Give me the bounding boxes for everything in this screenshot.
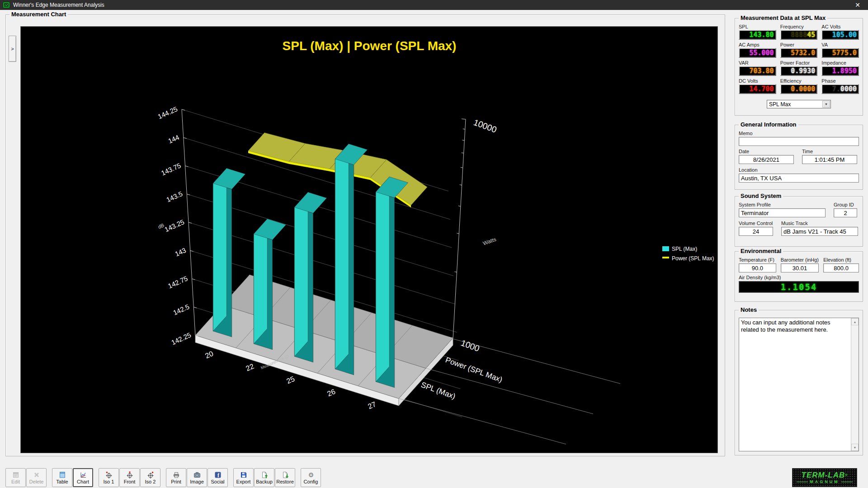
led-value: 55.000 bbox=[740, 49, 775, 57]
svg-text:144: 144 bbox=[167, 133, 180, 145]
front-crosshair-icon bbox=[126, 471, 133, 479]
led-box: 5732.0 bbox=[780, 48, 818, 58]
expand-panel-button[interactable]: > bbox=[9, 36, 16, 62]
led-box: 143.80 bbox=[739, 30, 776, 40]
chart-icon bbox=[80, 471, 87, 479]
edit-icon bbox=[12, 471, 19, 479]
memo-field[interactable] bbox=[739, 137, 859, 146]
toolbar-button-iso-1[interactable]: Iso 1 bbox=[99, 468, 119, 487]
toolbar-button-image[interactable]: Image bbox=[187, 468, 207, 487]
toolbar-button-export[interactable]: Export bbox=[233, 468, 254, 487]
led-value: 105.00 bbox=[822, 31, 858, 39]
svg-text:143.5: 143.5 bbox=[165, 190, 184, 204]
time-field[interactable] bbox=[802, 155, 857, 164]
svg-text:dB: dB bbox=[157, 222, 165, 230]
barometer-field[interactable] bbox=[781, 263, 819, 272]
toolbar-button-label: Edit bbox=[11, 479, 20, 484]
led-display-power-factor: Power Factor 0.9930 bbox=[780, 60, 818, 76]
toolbar-button-label: Export bbox=[236, 479, 251, 484]
led-box: 1.8950 bbox=[821, 66, 859, 76]
led-value: 5732.0 bbox=[781, 49, 817, 57]
scroll-up-icon[interactable]: ▲ bbox=[851, 318, 859, 325]
notes-textarea[interactable]: You can input any additional notes relat… bbox=[739, 318, 859, 451]
led-box: 888845 bbox=[780, 30, 818, 40]
toolbar-button-iso-2[interactable]: Iso 2 bbox=[140, 468, 160, 487]
toolbar-button-backup[interactable]: Backup bbox=[254, 468, 274, 487]
led-label: AC Amps bbox=[739, 42, 776, 47]
location-field[interactable] bbox=[739, 174, 859, 183]
environmental-group: Environmental Temperature (F) Barometer … bbox=[735, 251, 863, 302]
led-box: 0.0000 bbox=[780, 84, 818, 94]
toolbar-button-social[interactable]: fSocial bbox=[208, 468, 228, 487]
led-display-spl: SPL 143.80 bbox=[739, 24, 776, 40]
toolbar-button-print[interactable]: Print bbox=[166, 468, 186, 487]
svg-text:142.75: 142.75 bbox=[167, 274, 189, 290]
elevation-label: Elevation (ft) bbox=[823, 257, 859, 263]
led-label: SPL bbox=[739, 24, 776, 29]
toolbar-button-label: Backup bbox=[256, 479, 273, 484]
sound-system-group: Sound System System Profile Group ID Vol… bbox=[735, 196, 863, 247]
svg-text:1000: 1000 bbox=[460, 338, 481, 353]
led-label: Impedance bbox=[821, 60, 859, 66]
system-profile-label: System Profile bbox=[739, 202, 826, 207]
led-label: Efficiency bbox=[780, 78, 818, 84]
music-track-field[interactable] bbox=[781, 227, 858, 236]
measurement-mode-select[interactable]: SPL Max ▼ bbox=[767, 100, 831, 108]
svg-text:143.25: 143.25 bbox=[163, 218, 185, 233]
led-box: 703.80 bbox=[739, 66, 776, 76]
notes-text: You can input any additional notes relat… bbox=[739, 318, 851, 451]
toolbar-button-delete[interactable]: Delete bbox=[26, 468, 47, 487]
toolbar-button-label: Delete bbox=[29, 479, 44, 484]
temperature-field[interactable] bbox=[739, 263, 776, 272]
toolbar-button-label: Image bbox=[190, 479, 204, 484]
group-title: Measurement Data at SPL Max bbox=[739, 14, 827, 21]
led-display-var: VAR 703.80 bbox=[739, 60, 776, 76]
facebook-icon: f bbox=[214, 471, 222, 479]
svg-text:26: 26 bbox=[326, 388, 336, 398]
chart-canvas: 144.25144143.75143.5143.25143142.75142.5… bbox=[21, 27, 718, 454]
toolbar-button-label: Table bbox=[56, 479, 68, 484]
svg-text:10000: 10000 bbox=[472, 117, 498, 135]
group-id-field[interactable] bbox=[834, 208, 857, 217]
iso1-crosshair-icon bbox=[105, 471, 113, 479]
svg-text:143: 143 bbox=[174, 246, 187, 258]
led-value: 5775.0 bbox=[822, 49, 858, 57]
led-label: VAR bbox=[739, 60, 776, 66]
led-value: 888845 bbox=[781, 31, 817, 39]
app-window: Winner's Edge Measurement Analysis ✕ Mea… bbox=[0, 0, 868, 488]
air-density-display: 1.1054 bbox=[739, 281, 859, 293]
svg-text:143.75: 143.75 bbox=[160, 161, 182, 177]
led-box: 0.9930 bbox=[780, 66, 818, 76]
close-button[interactable]: ✕ bbox=[847, 0, 868, 10]
led-box: 55.000 bbox=[739, 48, 776, 58]
group-title: Sound System bbox=[739, 192, 783, 199]
volume-control-label: Volume Control bbox=[739, 221, 773, 226]
elevation-field[interactable] bbox=[823, 263, 859, 272]
led-label: VA bbox=[821, 42, 859, 47]
svg-text:SPL (Max) | Power (SPL Max): SPL (Max) | Power (SPL Max) bbox=[283, 39, 457, 53]
system-profile-field[interactable] bbox=[739, 208, 826, 217]
notes-scrollbar[interactable]: ▲ ▼ bbox=[851, 318, 859, 451]
floppy-export-icon bbox=[240, 471, 247, 479]
toolbar-button-label: Social bbox=[211, 479, 225, 484]
date-field[interactable] bbox=[739, 155, 794, 164]
toolbar-button-edit[interactable]: Edit bbox=[5, 468, 26, 487]
toolbar-button-label: Chart bbox=[77, 479, 89, 484]
led-label: Phase bbox=[821, 78, 859, 84]
music-track-label: Music Track bbox=[781, 221, 858, 226]
toolbar-button-front[interactable]: Front bbox=[119, 468, 140, 487]
toolbar-button-table[interactable]: Table bbox=[52, 468, 72, 487]
mode-select-value: SPL Max bbox=[769, 101, 791, 108]
led-display-phase: Phase 7.0000 bbox=[821, 78, 859, 94]
toolbar-button-restore[interactable]: Restore bbox=[275, 468, 295, 487]
led-label: AC Volts bbox=[821, 24, 859, 29]
toolbar-button-chart[interactable]: Chart bbox=[73, 468, 93, 487]
chevron-down-icon[interactable]: ▼ bbox=[822, 101, 830, 108]
toolbar-button-config[interactable]: ⚙Config bbox=[301, 468, 321, 487]
toolbar-button-label: Iso 1 bbox=[104, 479, 114, 484]
svg-text:Power (SPL Max): Power (SPL Max) bbox=[444, 356, 504, 384]
volume-control-field[interactable] bbox=[739, 227, 773, 236]
camera-icon bbox=[193, 471, 201, 479]
scroll-down-icon[interactable]: ▼ bbox=[851, 444, 859, 451]
svg-text:Power (SPL Max): Power (SPL Max) bbox=[672, 255, 714, 262]
